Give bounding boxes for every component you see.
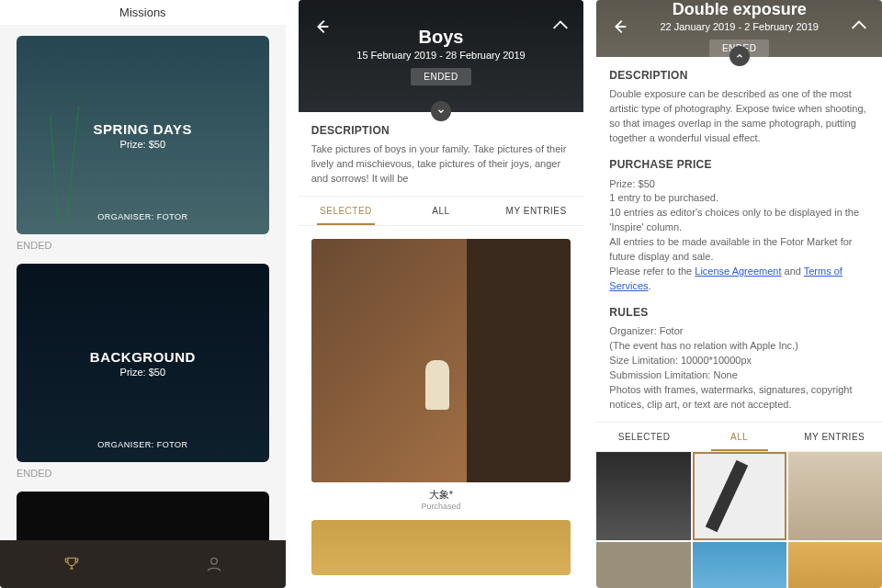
mission-dates: 22 January 2019 - 2 February 2019 xyxy=(660,21,818,32)
mission-title: SPRING DAYS xyxy=(94,121,192,137)
tab-selected[interactable]: SELECTED xyxy=(596,423,692,451)
tab-selected[interactable]: SELECTED xyxy=(299,197,394,225)
screen-title: Missions xyxy=(0,0,286,25)
rules-line: Organizer: Fotor xyxy=(609,324,869,339)
refer-prefix: Please refer to the xyxy=(609,266,695,277)
user-icon xyxy=(205,555,223,573)
chevron-down-icon xyxy=(436,107,446,116)
price-line: 1 entry to be purchased. xyxy=(609,191,869,206)
share-icon xyxy=(849,17,869,37)
mission-prize: Prize: $50 xyxy=(120,139,166,150)
license-link[interactable]: License Agreement xyxy=(695,266,781,277)
mission-organiser: ORGANISER: FOTOR xyxy=(97,212,187,221)
rules-section: RULES Organizer: Fotor (The event has no… xyxy=(596,294,882,413)
entry-thumbnail[interactable] xyxy=(596,452,690,540)
price-line: Prize: $50 xyxy=(609,177,869,192)
entries-tabs: SELECTED ALL MY ENTRIES xyxy=(299,196,584,226)
missions-scroll[interactable]: SPRING DAYS Prize: $50 ORGANISER: FOTOR … xyxy=(0,25,286,588)
mission-hero: Double exposure 22 January 2019 - 2 Febr… xyxy=(596,0,882,57)
description-heading: DESCRIPTION xyxy=(609,68,869,84)
entries-grid[interactable] xyxy=(596,452,882,588)
mission-card[interactable] xyxy=(17,492,269,547)
expand-toggle[interactable] xyxy=(431,101,451,121)
price-line: All entries to be made available in the … xyxy=(609,235,869,265)
description-text: Take pictures of boys in your family. Ta… xyxy=(311,142,571,187)
rules-heading: RULES xyxy=(609,305,869,321)
entry-thumbnail[interactable] xyxy=(693,452,786,540)
and-text: and xyxy=(781,266,803,277)
mission-dates: 15 February 2019 - 28 February 2019 xyxy=(356,50,525,61)
mission-hero: Boys 15 February 2019 - 28 February 2019… xyxy=(299,0,584,112)
mission-title: Double exposure xyxy=(673,0,807,19)
entry-author: 大象* xyxy=(311,488,571,502)
entry-thumbnail[interactable] xyxy=(311,239,571,482)
svg-point-0 xyxy=(211,558,218,564)
mission-organiser: ORGANISER: FOTOR xyxy=(97,440,187,449)
share-button[interactable] xyxy=(550,17,571,37)
tab-all[interactable]: ALL xyxy=(692,423,787,451)
trophy-icon xyxy=(62,555,81,573)
arrow-left-icon xyxy=(609,17,629,37)
back-button[interactable] xyxy=(609,17,629,37)
entry-thumbnail[interactable] xyxy=(693,542,786,588)
tab-all[interactable]: ALL xyxy=(393,197,489,225)
price-line: 10 entries as editor's choices only to b… xyxy=(609,206,869,235)
refer-line: Please refer to the License Agreement an… xyxy=(609,265,869,294)
entry-thumbnail[interactable] xyxy=(311,520,571,575)
tab-profile[interactable] xyxy=(142,540,285,588)
collapse-toggle[interactable] xyxy=(729,46,750,66)
status-badge: ENDED xyxy=(411,68,471,85)
description-section: DESCRIPTION Take pictures of boys in you… xyxy=(299,112,584,187)
mission-title: BACKGROUND xyxy=(90,349,196,365)
purchase-heading: PURCHASE PRICE xyxy=(609,157,869,173)
entries-gallery[interactable]: 大象* Purchased xyxy=(299,226,584,588)
entry-thumbnail[interactable] xyxy=(788,542,882,588)
plant-illustration xyxy=(26,96,99,225)
share-button[interactable] xyxy=(849,17,869,37)
mission-prize: Prize: $50 xyxy=(120,367,166,378)
description-text: Double exposure can be described as one … xyxy=(609,87,869,146)
chevron-up-icon xyxy=(735,51,744,61)
rules-line: Submission Limitation: None xyxy=(609,368,869,383)
tab-my-entries[interactable]: MY ENTRIES xyxy=(489,197,584,225)
mission-title: Boys xyxy=(419,27,464,48)
rules-line: Photos with frames, watermarks, signatur… xyxy=(609,383,869,413)
period: . xyxy=(649,280,651,291)
rules-line: Size Limitation: 10000*10000px xyxy=(609,354,869,368)
missions-list-screen: Missions SPRING DAYS Prize: $50 ORGANISE… xyxy=(0,0,286,588)
bottom-tab-bar xyxy=(0,540,286,588)
share-icon xyxy=(550,17,571,37)
entries-tabs: SELECTED ALL MY ENTRIES xyxy=(596,422,882,452)
description-heading: DESCRIPTION xyxy=(311,123,571,139)
back-button[interactable] xyxy=(311,17,332,37)
description-section: DESCRIPTION Double exposure can be descr… xyxy=(596,57,882,146)
mission-detail-collapsed: Boys 15 February 2019 - 28 February 2019… xyxy=(299,0,584,588)
tab-my-entries[interactable]: MY ENTRIES xyxy=(786,423,882,451)
tab-missions[interactable] xyxy=(0,540,142,588)
arrow-left-icon xyxy=(311,17,332,37)
mission-card[interactable]: SPRING DAYS Prize: $50 ORGANISER: FOTOR xyxy=(17,36,269,234)
purchase-section: PURCHASE PRICE Prize: $50 1 entry to be … xyxy=(596,146,882,294)
rules-line: (The event has no relation with Apple In… xyxy=(609,339,869,354)
entry-thumbnail[interactable] xyxy=(788,452,882,540)
mission-status: ENDED xyxy=(17,468,269,479)
entry-thumbnail[interactable] xyxy=(596,542,690,588)
mission-detail-expanded: Double exposure 22 January 2019 - 2 Febr… xyxy=(596,0,882,588)
mission-status: ENDED xyxy=(17,240,269,251)
mission-card[interactable]: BACKGROUND Prize: $50 ORGANISER: FOTOR xyxy=(17,264,269,462)
entry-status: Purchased xyxy=(311,502,571,511)
